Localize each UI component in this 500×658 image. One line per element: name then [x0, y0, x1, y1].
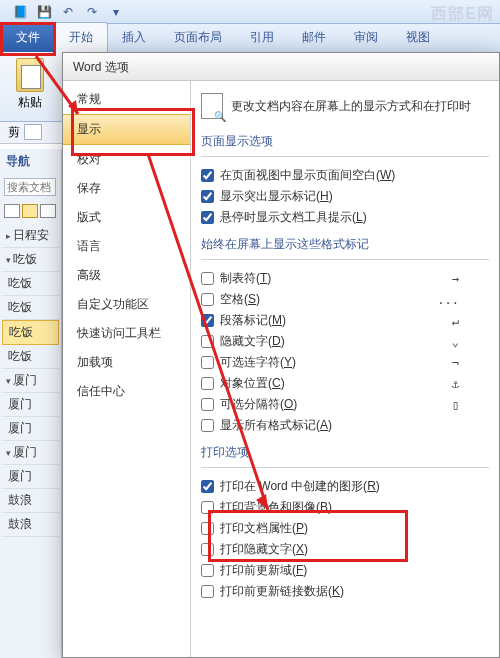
option-row[interactable]: 打印前更新域(F) — [201, 560, 489, 581]
checkbox[interactable] — [201, 564, 214, 577]
document-magnifier-icon — [201, 93, 223, 119]
undo-icon[interactable]: ↶ — [58, 3, 78, 21]
nav-item[interactable]: 吃饭 — [2, 296, 59, 320]
paste-icon — [16, 58, 44, 92]
section-page-display-options: 在页面视图中显示页面间空白(W)显示突出显示标记(H)悬停时显示文档工具提示(L… — [201, 165, 489, 228]
dialog-header-text: 更改文档内容在屏幕上的显示方式和在打印时 — [231, 98, 471, 115]
qat-more-icon[interactable]: ▾ — [106, 3, 126, 21]
nav-item[interactable]: 厦门 — [2, 417, 59, 441]
format-symbol: ▯ — [452, 398, 459, 412]
option-row[interactable]: 制表符(T)→ — [201, 268, 489, 289]
checkbox[interactable] — [201, 335, 214, 348]
option-row[interactable]: 显示所有格式标记(A) — [201, 415, 489, 436]
tab-references[interactable]: 引用 — [236, 23, 288, 52]
option-label: 段落标记(M) — [220, 312, 286, 329]
section-format-marks-options: 制表符(T)→空格(S)...段落标记(M)↵隐藏文字(D)⌄可选连字符(Y)¬… — [201, 268, 489, 436]
option-label: 可选连字符(Y) — [220, 354, 296, 371]
option-row[interactable]: 打印前更新链接数据(K) — [201, 581, 489, 602]
search-input[interactable] — [4, 178, 56, 196]
sidebar-item[interactable]: 版式 — [63, 203, 190, 232]
tab-review[interactable]: 审阅 — [340, 23, 392, 52]
paste-label: 粘贴 — [8, 94, 52, 111]
sidebar-item[interactable]: 常规 — [63, 85, 190, 114]
sidebar-item[interactable]: 自定义功能区 — [63, 290, 190, 319]
option-label: 可选分隔符(O) — [220, 396, 297, 413]
tool-icon[interactable] — [24, 124, 42, 140]
nav-item[interactable]: 吃饭 — [2, 345, 59, 369]
navigation-panel: 导航 ▸日程安▾吃饭吃饭吃饭吃饭吃饭▾厦门厦门厦门▾厦门厦门鼓浪鼓浪 — [0, 149, 62, 658]
sidebar-item[interactable]: 校对 — [63, 145, 190, 174]
sidebar-item[interactable]: 保存 — [63, 174, 190, 203]
nav-view-3-icon[interactable] — [40, 204, 56, 218]
checkbox[interactable] — [201, 419, 214, 432]
quick-access-toolbar: 📘 💾 ↶ ↷ ▾ — [0, 0, 500, 24]
paste-button[interactable]: 粘贴 — [8, 56, 52, 117]
redo-icon[interactable]: ↷ — [82, 3, 102, 21]
tab-insert[interactable]: 插入 — [108, 23, 160, 52]
tab-layout[interactable]: 页面布局 — [160, 23, 236, 52]
checkbox[interactable] — [201, 398, 214, 411]
nav-item[interactable]: 吃饭 — [2, 272, 59, 296]
nav-item[interactable]: 厦门 — [2, 465, 59, 489]
checkbox[interactable] — [201, 480, 214, 493]
option-row[interactable]: 段落标记(M)↵ — [201, 310, 489, 331]
dialog-sidebar: 常规显示校对保存版式语言高级自定义功能区快速访问工具栏加载项信任中心 — [63, 81, 191, 657]
checkbox[interactable] — [201, 211, 214, 224]
checkbox[interactable] — [201, 585, 214, 598]
nav-item[interactable]: ▾吃饭 — [2, 248, 59, 272]
option-row[interactable]: 显示突出显示标记(H) — [201, 186, 489, 207]
option-row[interactable]: 空格(S)... — [201, 289, 489, 310]
section-format-marks: 始终在屏幕上显示这些格式标记 — [201, 236, 489, 253]
save-icon[interactable]: 💾 — [34, 3, 54, 21]
nav-item[interactable]: 吃饭 — [2, 320, 59, 345]
checkbox[interactable] — [201, 272, 214, 285]
dialog-main: 更改文档内容在屏幕上的显示方式和在打印时 页面显示选项 在页面视图中显示页面间空… — [191, 81, 499, 657]
nav-item[interactable]: ▾厦门 — [2, 441, 59, 465]
option-row[interactable]: 打印隐藏文字(X) — [201, 539, 489, 560]
format-symbol: ⌄ — [452, 335, 459, 349]
option-row[interactable]: 悬停时显示文档工具提示(L) — [201, 207, 489, 228]
checkbox[interactable] — [201, 543, 214, 556]
checkbox[interactable] — [201, 356, 214, 369]
option-label: 打印前更新链接数据(K) — [220, 583, 344, 600]
sidebar-item[interactable]: 信任中心 — [63, 377, 190, 406]
nav-item[interactable]: 厦门 — [2, 393, 59, 417]
option-row[interactable]: 隐藏文字(D)⌄ — [201, 331, 489, 352]
checkbox[interactable] — [201, 190, 214, 203]
nav-item[interactable]: 鼓浪 — [2, 513, 59, 537]
option-row[interactable]: 在页面视图中显示页面间空白(W) — [201, 165, 489, 186]
checkbox[interactable] — [201, 293, 214, 306]
checkbox[interactable] — [201, 169, 214, 182]
sidebar-item[interactable]: 语言 — [63, 232, 190, 261]
option-row[interactable]: 打印在 Word 中创建的图形(R) — [201, 476, 489, 497]
sidebar-item[interactable]: 快速访问工具栏 — [63, 319, 190, 348]
tab-mailings[interactable]: 邮件 — [288, 23, 340, 52]
option-row[interactable]: 打印背景色和图像(B) — [201, 497, 489, 518]
checkbox[interactable] — [201, 314, 214, 327]
nav-item[interactable]: ▾厦门 — [2, 369, 59, 393]
sidebar-item[interactable]: 显示 — [63, 114, 190, 145]
format-symbol: ⚓ — [452, 377, 459, 391]
sidebar-item[interactable]: 高级 — [63, 261, 190, 290]
option-row[interactable]: 打印文档属性(P) — [201, 518, 489, 539]
nav-item[interactable]: 鼓浪 — [2, 489, 59, 513]
nav-view-2-icon[interactable] — [22, 204, 38, 218]
format-symbol: ↵ — [452, 314, 459, 328]
option-label: 空格(S) — [220, 291, 260, 308]
option-label: 对象位置(C) — [220, 375, 285, 392]
option-label: 打印隐藏文字(X) — [220, 541, 308, 558]
option-row[interactable]: 对象位置(C)⚓ — [201, 373, 489, 394]
checkbox[interactable] — [201, 377, 214, 390]
option-row[interactable]: 可选连字符(Y)¬ — [201, 352, 489, 373]
tab-view[interactable]: 视图 — [392, 23, 444, 52]
option-row[interactable]: 可选分隔符(O)▯ — [201, 394, 489, 415]
cut-label[interactable]: 剪 — [8, 124, 20, 141]
sidebar-item[interactable]: 加载项 — [63, 348, 190, 377]
nav-view-1-icon[interactable] — [4, 204, 20, 218]
checkbox[interactable] — [201, 522, 214, 535]
tab-file[interactable]: 文件 — [2, 23, 54, 52]
nav-list: ▸日程安▾吃饭吃饭吃饭吃饭吃饭▾厦门厦门厦门▾厦门厦门鼓浪鼓浪 — [2, 224, 59, 537]
tab-home[interactable]: 开始 — [54, 22, 108, 52]
checkbox[interactable] — [201, 501, 214, 514]
nav-item[interactable]: ▸日程安 — [2, 224, 59, 248]
